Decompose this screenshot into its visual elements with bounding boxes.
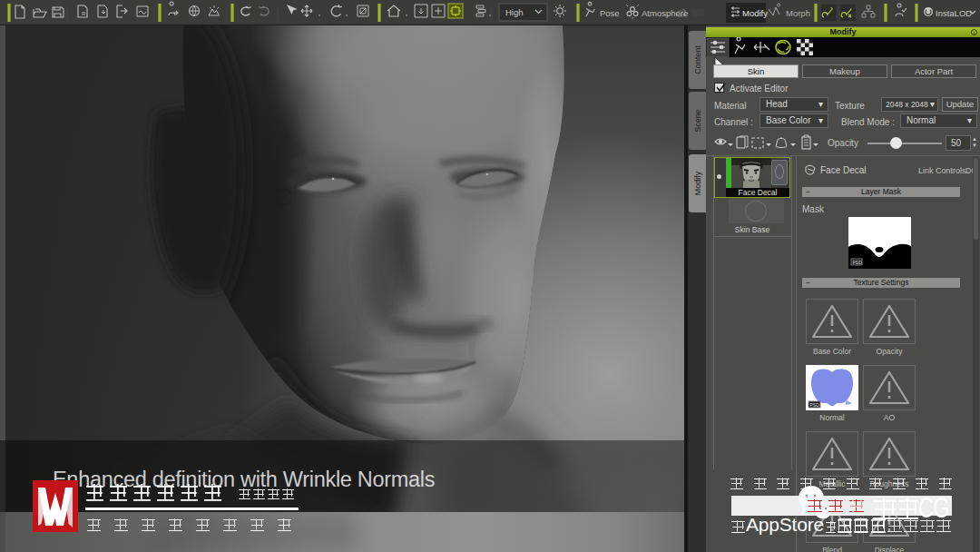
svg-text:R: R	[82, 11, 86, 16]
svg-text:Pose: Pose	[600, 8, 620, 18]
svg-text:High: High	[505, 7, 524, 17]
svg-text:Atmosphere: Atmosphere	[642, 8, 688, 18]
svg-text:Modify: Modify	[742, 8, 768, 18]
svg-text:PSD: PSD	[853, 260, 863, 265]
svg-text:InstaLOD: InstaLOD	[936, 8, 972, 18]
svg-text:Morph: Morph	[786, 8, 810, 18]
svg-text:PSD: PSD	[810, 402, 820, 408]
